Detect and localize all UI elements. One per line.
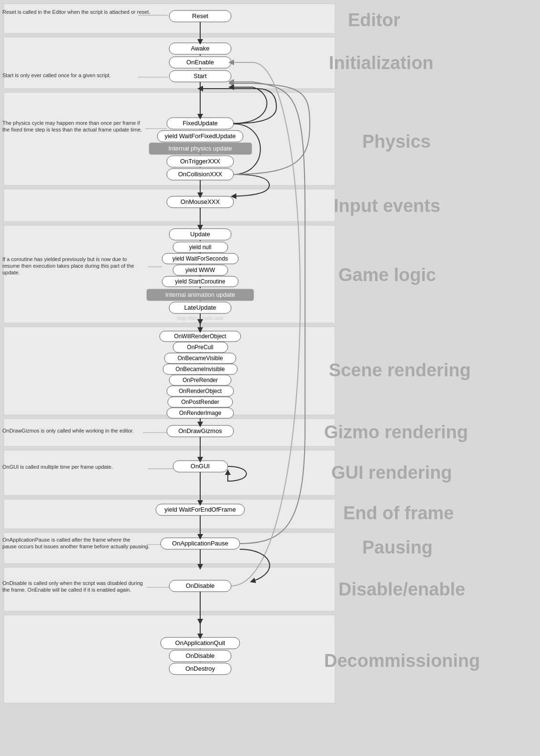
loop-fixedupdate-back (231, 87, 267, 123)
loop-physics-inner (234, 124, 260, 174)
reset-node (169, 10, 231, 22)
onprecull-node (173, 342, 228, 353)
gui-band (4, 450, 335, 495)
editor-band (4, 4, 335, 33)
reset-label: Reset (192, 12, 208, 20)
yieldwww-node (173, 265, 228, 275)
loop-pause-updisable (240, 549, 270, 581)
update-label: Update (190, 231, 210, 238)
onbecamevisible-node (164, 353, 236, 363)
section-disable: Disable/enable (338, 579, 465, 599)
endframe-band (4, 499, 335, 529)
internal-anim-label: Internal animation update (165, 291, 235, 298)
decommission-band (4, 615, 335, 703)
loop-right-big (231, 83, 310, 174)
fixedupdate-label: FixedUpdate (183, 120, 218, 127)
section-physics: Physics (362, 131, 431, 151)
gamelogic-band (4, 225, 335, 323)
ondisable2-node (169, 650, 231, 662)
update-node (169, 229, 231, 240)
lateupdate-node (169, 302, 231, 313)
onapplicationpause-node (161, 538, 240, 549)
ongui-label: OnGUI (191, 463, 210, 470)
onbecameinvisible-label: OnBecameInvisible (175, 366, 225, 373)
page: Reset Awake OnEnable Start FixedUpdate y… (0, 0, 540, 756)
lateupdate-label: LateUpdate (184, 304, 216, 311)
internal-physics-node (149, 143, 252, 154)
yieldnull-label: yield null (189, 244, 212, 251)
onbecamevisible-label: OnBecameVisible (177, 355, 223, 362)
ann-disable-2: the frame. OnEnable will be called if it… (2, 587, 131, 593)
onapplicationquit-node (161, 637, 240, 649)
ondisable2-label: OnDisable (186, 652, 215, 659)
onpostrender-node (168, 397, 233, 407)
ongui-loop (228, 466, 246, 481)
onapplicationquit-label: OnApplicationQuit (175, 639, 225, 646)
section-gizmo: Gizmo rendering (324, 422, 468, 442)
oncollisionxxx-label: OnCollisionXXX (178, 171, 223, 178)
ondisable1-node (169, 580, 231, 592)
ann-drawgizmos: OnDrawGizmos is only called while workin… (2, 428, 134, 433)
onenable1-node (169, 57, 231, 68)
yieldwaitforseconds-label: yield WaitForSeconds (173, 255, 228, 262)
onrenderobject-node (167, 386, 234, 396)
ongui-node (173, 461, 228, 472)
awake-node (169, 43, 231, 54)
gizmo-band (4, 419, 335, 446)
ann-coroutine-2: resume then execution takes place during… (2, 263, 134, 269)
ann-gui: OnGUI is called multiple time per frame … (2, 464, 113, 470)
onwillrenderobject-node (160, 331, 241, 342)
onprerender-label: OnPreRender (183, 377, 218, 383)
loop-collision-right (234, 174, 269, 196)
onrenderimage-label: OnRenderImage (179, 410, 222, 416)
ann-physics-2: the fixed time step is less than the act… (2, 127, 142, 132)
section-scene: Scene rendering (329, 360, 471, 380)
yieldwaitforfixedupdate-label: yield WaitForFixedUpdate (164, 132, 235, 140)
scene-band (4, 327, 335, 415)
onbecameinvisible-node (163, 364, 237, 374)
onwillrenderobject-label: OnWillRenderObject (174, 333, 226, 340)
init-band (4, 37, 335, 89)
onprerender-node (169, 375, 231, 385)
onprecull-label: OnPreCull (187, 344, 213, 351)
onrenderobject-label: OnRenderObject (179, 388, 222, 394)
start-label: Start (194, 72, 207, 80)
section-decommission: Decommissioning (324, 651, 480, 671)
pausing-band (4, 533, 335, 564)
oncollisionxxx-node (167, 169, 234, 180)
ondestroy-node (169, 663, 231, 675)
start-node (169, 71, 231, 82)
internal-anim-node (147, 289, 254, 301)
section-gui: GUI rendering (331, 463, 452, 483)
ann-physics-1: The physics cycle may happen more than o… (2, 120, 141, 126)
yieldwaitforendofframe-label: yield WaitForEndOfFrame (164, 506, 236, 513)
ontriggerxxx-node (167, 156, 234, 167)
section-pausing: Pausing (362, 537, 433, 557)
loop-right-gamecycle (231, 82, 305, 544)
section-gamelogic: Game logic (338, 265, 436, 285)
yieldstartcoroutine-node (162, 276, 238, 287)
flow-diagram: Reset Awake OnEnable Start FixedUpdate y… (0, 0, 540, 756)
internal-physics-label: Internal physics update (168, 145, 232, 152)
yieldwaitforseconds-node (162, 253, 238, 264)
yieldnull-node (173, 242, 228, 252)
watermark: http://blog.csdn.net/ (177, 315, 224, 321)
section-endframe: End of frame (343, 503, 454, 523)
ann-reset: Reset is called in the Editor when the s… (2, 9, 150, 15)
onmousexxx-label: OnMouseXXX (181, 198, 220, 205)
onenable1-label: OnEnable (186, 59, 214, 66)
section-init: Initialization (329, 53, 434, 73)
ann-disable-1: OnDisable is called only when the script… (2, 580, 143, 586)
fixedupdate-node (167, 118, 234, 129)
ann-start: Start is only ever called once for a giv… (2, 72, 111, 78)
onpostrender-label: OnPostRender (181, 399, 219, 405)
onmousexxx-node (167, 196, 234, 208)
yieldwaitforfixedupdate-node (157, 131, 243, 142)
disable-band (4, 567, 335, 611)
ondrawgizmos-node (167, 425, 234, 437)
physics-band (4, 92, 335, 185)
section-editor: Editor (348, 10, 400, 30)
awake-label: Awake (191, 45, 210, 52)
ontriggerxxx-label: OnTriggerXXX (180, 158, 220, 165)
yieldwaitforendofframe-node (156, 504, 245, 515)
